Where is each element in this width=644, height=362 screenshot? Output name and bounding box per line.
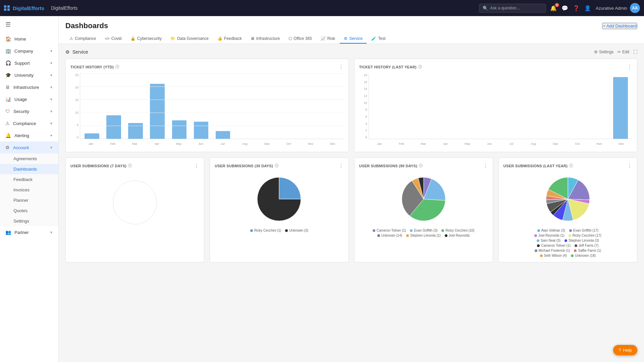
tab-service[interactable]: ⚙ Service	[340, 34, 367, 44]
bar-label: Oct	[278, 142, 300, 145]
dashboard-title-row: Dashboards + Add Dashboard	[65, 21, 637, 30]
legend-item: Ricky Cecchini (10)	[441, 229, 474, 232]
chat-icon[interactable]: 💬	[561, 5, 568, 11]
info-icon[interactable]: ⓘ	[418, 64, 422, 69]
ticket-history-ytd-card: TICKET HISTORY (YTD) ⓘ ⋮ 25 20 15 10 5 0	[65, 59, 349, 152]
three-dot-menu[interactable]: ⋮	[627, 163, 632, 169]
legend-item: Sam Neal (3)	[537, 239, 560, 242]
sidebar-label-partner: Partner	[14, 230, 29, 235]
search-bar[interactable]: 🔍 Ask a question...	[479, 4, 546, 13]
chevron-down-icon: ▼	[50, 85, 53, 89]
sidebar-label-university: University	[14, 73, 34, 78]
sidebar-item-account[interactable]: ⚙ Account ▼	[0, 141, 58, 154]
tab-data-governance[interactable]: 📁 Data Governance	[166, 34, 213, 44]
chevron-down-icon: ▼	[50, 49, 53, 53]
three-dot-menu[interactable]: ⋮	[483, 163, 488, 169]
edit-button[interactable]: ✏ Edit	[618, 50, 629, 54]
sidebar-subitem-quotes[interactable]: Quotes	[0, 205, 58, 216]
tab-cybersecurity[interactable]: 🔒 Cybersecurity	[126, 34, 166, 44]
three-dot-menu[interactable]: ⋮	[338, 64, 344, 70]
tab-covid[interactable]: </> Covid	[101, 34, 125, 44]
legend-dot	[373, 229, 375, 232]
page-title: Dashboards	[65, 21, 108, 30]
info-icon[interactable]: ⓘ	[569, 163, 573, 168]
settings-button[interactable]: ⚙ Settings	[594, 50, 613, 54]
chart-header: USER SUBMISSIONS (90 DAYS) ⓘ ⋮	[359, 163, 488, 169]
sidebar-item-security[interactable]: 🛡 Security ▼	[0, 105, 58, 117]
bar-label: Jan	[369, 142, 391, 145]
university-icon: 🎓	[5, 72, 11, 78]
sidebar-item-infrastructure[interactable]: 🖥 Infrastructure ▼	[0, 81, 58, 93]
chevron-down-icon: ▼	[50, 134, 53, 137]
three-dot-menu[interactable]: ⋮	[194, 163, 199, 169]
app-logo[interactable]: DigitalEfforts	[4, 5, 44, 11]
info-icon[interactable]: ⓘ	[275, 163, 278, 168]
app-title: DigitalEfforts	[51, 5, 77, 11]
section-title: ⚙ Service	[65, 49, 88, 55]
bar-label: Dec	[322, 142, 344, 145]
add-dashboard-button[interactable]: + Add Dashboard	[602, 23, 637, 29]
sidebar-label-account: Account	[13, 145, 29, 150]
bar-label: Aug	[234, 142, 256, 145]
legend-dot	[535, 249, 537, 252]
office365-tab-icon: ⬡	[288, 36, 292, 41]
legend-dot	[540, 254, 543, 257]
sidebar-item-partner[interactable]: 👥 Partner ▼	[0, 226, 58, 238]
sidebar-item-compliance[interactable]: ⚠ Compliance ▼	[0, 117, 58, 129]
tab-feedback[interactable]: 👍 Feedback	[213, 34, 246, 44]
bar-col	[212, 73, 233, 139]
sidebar-subitem-feedback[interactable]: Feedback	[0, 174, 58, 185]
bar-label: Feb	[102, 142, 124, 145]
legend-item: Stephen Limonta (1)	[406, 234, 441, 237]
sidebar-item-home[interactable]: 🏠 Home	[0, 33, 58, 45]
sidebar-label-home: Home	[14, 37, 26, 42]
section-actions: ⚙ Settings ✏ Edit ⛶	[594, 50, 637, 54]
legend-item: Michael Frederick (1)	[535, 249, 570, 252]
expand-button[interactable]: ⛶	[633, 50, 637, 54]
notification-bell[interactable]: 🔔 5	[550, 5, 557, 11]
pie-30days-legend: Ricky Cecchini (1)Unknown (3)	[250, 229, 308, 232]
user-profile[interactable]: Azurative Admin AA	[596, 3, 640, 13]
three-dot-menu[interactable]: ⋮	[627, 64, 632, 70]
legend-dot	[534, 234, 537, 237]
tab-infrastructure[interactable]: 🖥 Infrastructure	[247, 34, 284, 44]
legend-dot	[575, 244, 577, 247]
three-dot-menu[interactable]: ⋮	[338, 163, 344, 169]
pie-chart-30days-svg	[252, 172, 306, 226]
help-button[interactable]: ? Help	[613, 345, 637, 355]
compliance-tab-icon: ⚠	[69, 36, 73, 41]
legend-dot	[537, 239, 539, 242]
compliance-icon: ⚠	[5, 121, 10, 126]
sidebar-item-usage[interactable]: 📊 Usage ▼	[0, 93, 58, 105]
legend-item: Evan Griffith (17)	[569, 229, 598, 232]
tab-risk[interactable]: 📈 Risk	[317, 34, 339, 44]
sidebar-subitem-agreements[interactable]: Agreements	[0, 154, 58, 164]
sidebar-hamburger-icon[interactable]: ☰	[0, 16, 58, 33]
sidebar-item-alerting[interactable]: 🔔 Alerting ▼	[0, 129, 58, 141]
bar-col	[191, 73, 211, 139]
chart-title: USER SUBMISSIONS (LAST YEAR) ⓘ	[503, 163, 573, 168]
sidebar-label-usage: Usage	[14, 97, 27, 102]
help-icon[interactable]: ❓	[573, 5, 580, 11]
info-icon[interactable]: ⓘ	[115, 64, 119, 69]
tab-test[interactable]: 🧪 Test	[367, 34, 389, 44]
sidebar-subitem-planner[interactable]: Planner	[0, 195, 58, 205]
tab-compliance[interactable]: ⚠ Compliance	[65, 34, 100, 44]
legend-dot	[441, 229, 444, 232]
sidebar-subitem-dashboards[interactable]: Dashboards	[0, 164, 58, 174]
user-circle-icon[interactable]: 👤	[584, 5, 591, 11]
last-year-bar-chart: 18 16 14 12 10 8 6 4 2 0	[359, 73, 633, 147]
sidebar-subitem-settings[interactable]: Settings	[0, 216, 58, 226]
tab-office365[interactable]: ⬡ Office 365	[284, 34, 316, 44]
sidebar-item-university[interactable]: 🎓 University ▼	[0, 69, 58, 81]
account-subitems: Agreements Dashboards Feedback Invoices …	[0, 154, 58, 226]
info-icon[interactable]: ⓘ	[128, 163, 132, 168]
bar-label: Jul	[500, 142, 523, 145]
top-navigation: DigitalEfforts DigitalEfforts 🔍 Ask a qu…	[0, 0, 644, 16]
info-icon[interactable]: ⓘ	[419, 163, 423, 168]
sidebar-item-support[interactable]: 🎧 Support ▼	[0, 57, 58, 69]
sidebar-item-company[interactable]: 🏢 Company ▼	[0, 45, 58, 57]
chart-header: TICKET HISTORY (LAST YEAR) ⓘ ⋮	[359, 64, 633, 70]
bar-label: May	[457, 142, 479, 145]
sidebar-subitem-invoices[interactable]: Invoices	[0, 185, 58, 195]
